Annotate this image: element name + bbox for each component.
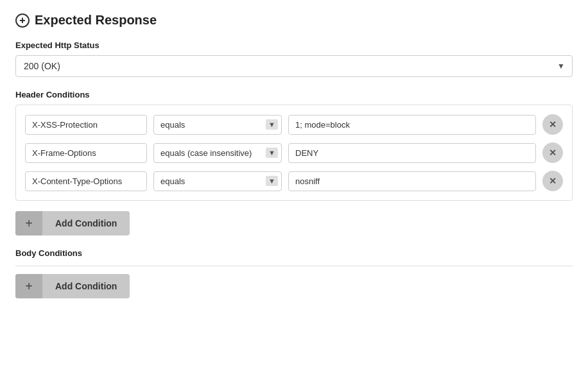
header-field-input-3[interactable] xyxy=(25,171,147,191)
add-body-plus-icon: + xyxy=(15,274,42,298)
header-value-input-3[interactable] xyxy=(288,171,536,191)
expand-icon: + xyxy=(15,13,30,28)
header-operator-1: equals equals (case insensitive) contain… xyxy=(153,115,282,135)
remove-condition-button-1[interactable]: ✕ xyxy=(542,114,563,135)
http-status-select[interactable]: 200 (OK) xyxy=(15,55,573,77)
header-field-input-1[interactable] xyxy=(25,115,147,135)
page-title: + Expected Response xyxy=(15,13,573,28)
header-value-input-1[interactable] xyxy=(288,115,536,135)
header-value-1 xyxy=(288,115,536,135)
add-plus-icon: + xyxy=(15,211,42,235)
header-conditions-label: Header Conditions xyxy=(15,90,573,99)
add-body-condition-label: Add Condition xyxy=(42,281,130,291)
http-status-label: Expected Http Status xyxy=(15,40,573,50)
header-operator-3: equals equals (case insensitive) contain… xyxy=(153,171,282,191)
header-condition-row-1: equals equals (case insensitive) contain… xyxy=(25,114,563,135)
header-condition-row-3: equals equals (case insensitive) contain… xyxy=(25,171,563,191)
http-status-select-wrapper: 200 (OK) ▼ xyxy=(15,55,573,77)
header-value-2 xyxy=(288,143,536,163)
header-value-3 xyxy=(288,171,536,191)
add-header-condition-label: Add Condition xyxy=(42,218,130,228)
header-operator-select-2[interactable]: equals equals (case insensitive) contain… xyxy=(153,143,282,163)
header-field-input-2[interactable] xyxy=(25,143,147,163)
remove-condition-button-3[interactable]: ✕ xyxy=(542,171,563,191)
remove-condition-button-2[interactable]: ✕ xyxy=(542,142,563,163)
header-field-2 xyxy=(25,143,147,163)
header-operator-2: equals equals (case insensitive) contain… xyxy=(153,143,282,163)
header-field-1 xyxy=(25,115,147,135)
header-operator-select-1[interactable]: equals equals (case insensitive) contain… xyxy=(153,115,282,135)
header-condition-row-2: equals equals (case insensitive) contain… xyxy=(25,142,563,163)
add-body-condition-button[interactable]: + Add Condition xyxy=(15,274,130,298)
add-header-condition-button[interactable]: + Add Condition xyxy=(15,211,130,235)
header-field-3 xyxy=(25,171,147,191)
header-operator-select-3[interactable]: equals equals (case insensitive) contain… xyxy=(153,171,282,191)
body-conditions-divider xyxy=(15,266,573,266)
header-conditions-section: equals equals (case insensitive) contain… xyxy=(15,105,573,201)
header-value-input-2[interactable] xyxy=(288,143,536,163)
body-conditions-label: Body Conditions xyxy=(15,248,573,258)
